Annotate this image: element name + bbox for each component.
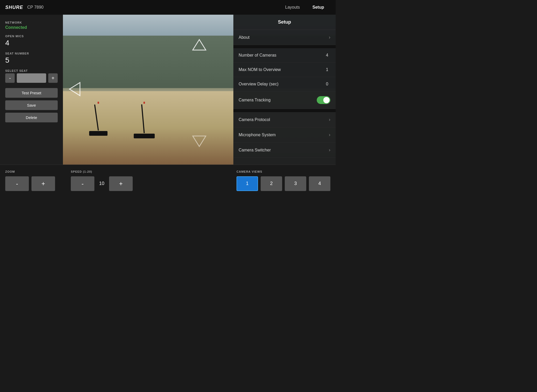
header: SHURE CP 7890 Layouts Setup [0,0,336,15]
camera-view-2-btn[interactable]: 2 [261,176,282,191]
microphone-system-item[interactable]: Microphone System › [233,127,336,143]
network-label: NETWORK [5,21,58,24]
about-menu-item[interactable]: About › [233,30,336,45]
overview-delay-label: Overview Delay (sec) [239,82,278,86]
max-nom-right: 1 [326,67,330,72]
layouts-nav-btn[interactable]: Layouts [279,3,306,12]
logo-area: SHURE CP 7890 [5,5,44,10]
camera-protocol-chevron-icon: › [329,117,330,122]
setup-nav-btn[interactable]: Setup [306,3,330,12]
camera-switcher-right: › [329,147,330,153]
setup-panel-title: Setup [233,15,336,30]
open-mics-label: OPEN MICS [5,35,58,38]
mic-1-led [98,102,99,104]
seat-minus-btn[interactable]: - [5,73,15,83]
mic-2 [134,102,155,138]
left-arrow[interactable] [68,81,81,98]
camera-tracking-toggle[interactable] [317,96,330,104]
microphone-system-label: Microphone System [239,133,276,137]
test-preset-btn[interactable]: Test Preset [5,88,58,98]
camera-tracking-item[interactable]: Camera Tracking [233,91,336,109]
zoom-plus-btn[interactable]: + [31,176,55,191]
mic-1 [89,102,108,138]
overview-delay-right: 0 [326,82,330,86]
num-cameras-item[interactable]: Number of Cameras 4 [233,48,336,63]
svg-marker-1 [69,83,80,96]
overview-delay-item[interactable]: Overview Delay (sec) 0 [233,77,336,91]
camera-view-1-btn[interactable]: 1 [237,176,258,191]
camera-view-4-btn[interactable]: 4 [309,176,330,191]
network-status: Connected [5,25,58,30]
camera-protocol-right: › [329,117,330,122]
max-nom-label: Max NOM to Overview [239,67,281,72]
zoom-minus-btn[interactable]: - [5,176,29,191]
mic-1-base [89,131,108,136]
overview-delay-value: 0 [326,82,328,86]
num-cameras-label: Number of Cameras [239,53,276,58]
save-btn[interactable]: Save [5,100,58,110]
mic-2-neck [141,104,145,133]
down-arrow[interactable] [191,135,207,149]
camera-views-section: CAMERA VIEWS 1 2 3 4 [237,170,330,191]
speed-section: SPEED (1-20) - 10 + [71,170,133,191]
mic-2-base [134,134,155,138]
about-label: About [239,35,250,40]
camera-switcher-item[interactable]: Camera Switcher › [233,143,336,158]
divider-1 [233,45,336,48]
microphone-system-chevron-icon: › [329,132,330,138]
camera-view-3-btn[interactable]: 3 [285,176,306,191]
header-nav: Layouts Setup [279,3,331,12]
select-seat-row: - + [5,73,58,83]
speed-controls: - 10 + [71,176,133,191]
camera-views-label: CAMERA VIEWS [237,170,262,173]
camera-tracking-label: Camera Tracking [239,98,271,102]
toggle-track [317,96,330,104]
about-right: › [329,35,330,40]
about-chevron-icon: › [329,35,330,40]
camera-protocol-item[interactable]: Camera Protocol › [233,112,336,127]
open-mics-value: 4 [5,39,58,47]
svg-marker-0 [193,40,206,50]
max-nom-value: 1 [326,67,328,72]
speed-label: SPEED (1-20) [71,170,92,173]
sidebar: NETWORK Connected OPEN MICS 4 SEAT NUMBE… [0,15,63,165]
zoom-section: ZOOM - + [5,170,55,191]
zoom-controls: - + [5,176,55,191]
seat-number-value: 5 [5,56,58,64]
camera-tracking-right [317,96,330,104]
up-arrow[interactable] [191,38,207,52]
microphones [89,102,155,138]
camera-views-buttons: 1 2 3 4 [237,176,330,191]
camera-switcher-chevron-icon: › [329,147,330,153]
num-cameras-value: 4 [326,53,328,58]
zoom-label: ZOOM [5,170,15,173]
mic-2-led [143,102,145,104]
speed-plus-btn[interactable]: + [109,176,133,191]
select-seat-label: SELECT SEAT [5,69,58,72]
microphone-system-right: › [329,132,330,138]
num-cameras-right: 4 [326,53,330,58]
speed-value: 10 [97,181,106,186]
setup-panel: Setup About › Number of Cameras 4 Max NO… [233,15,336,165]
max-nom-item[interactable]: Max NOM to Overview 1 [233,63,336,77]
delete-btn[interactable]: Delete [5,113,58,122]
camera-switcher-label: Camera Switcher [239,148,271,153]
bottom-bar: ZOOM - + SPEED (1-20) - 10 + CAMERA VIEW… [0,165,336,196]
seat-display [17,73,46,83]
camera-protocol-label: Camera Protocol [239,117,270,122]
divider-2 [233,109,336,112]
camera-area: Setup About › Number of Cameras 4 Max NO… [63,15,336,165]
main-area: NETWORK Connected OPEN MICS 4 SEAT NUMBE… [0,15,336,165]
toggle-thumb [323,97,330,103]
seat-plus-btn[interactable]: + [48,73,58,83]
mic-1-neck [94,105,99,131]
model-label: CP 7890 [27,5,44,10]
seat-number-label: SEAT NUMBER [5,52,58,55]
svg-marker-2 [193,136,206,146]
shure-logo: SHURE [5,5,23,10]
speed-minus-btn[interactable]: - [71,176,94,191]
